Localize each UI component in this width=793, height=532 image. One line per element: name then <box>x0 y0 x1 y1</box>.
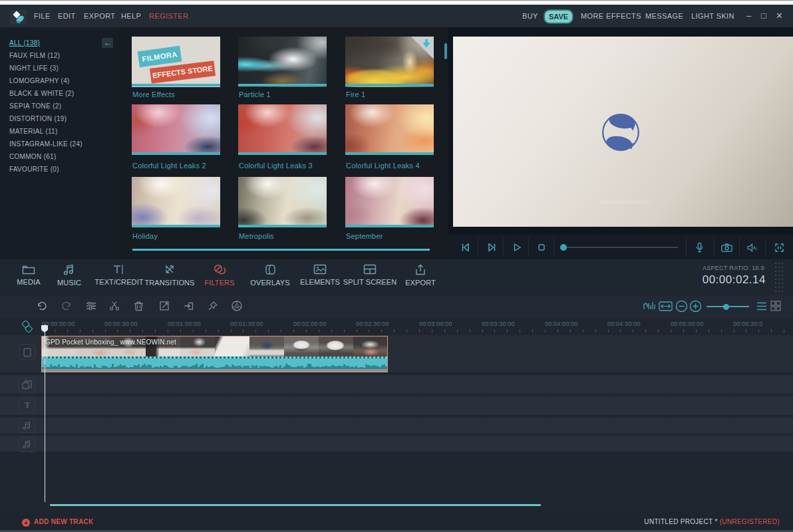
svg-text:0: 0 <box>755 247 757 251</box>
